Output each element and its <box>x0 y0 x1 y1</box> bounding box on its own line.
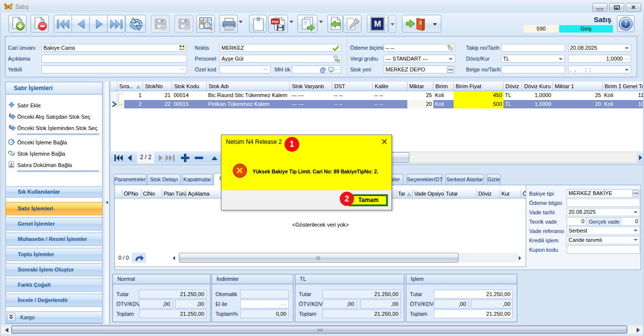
svg-text:PDF: PDF <box>272 20 280 24</box>
svg-text:A: A <box>10 163 12 166</box>
